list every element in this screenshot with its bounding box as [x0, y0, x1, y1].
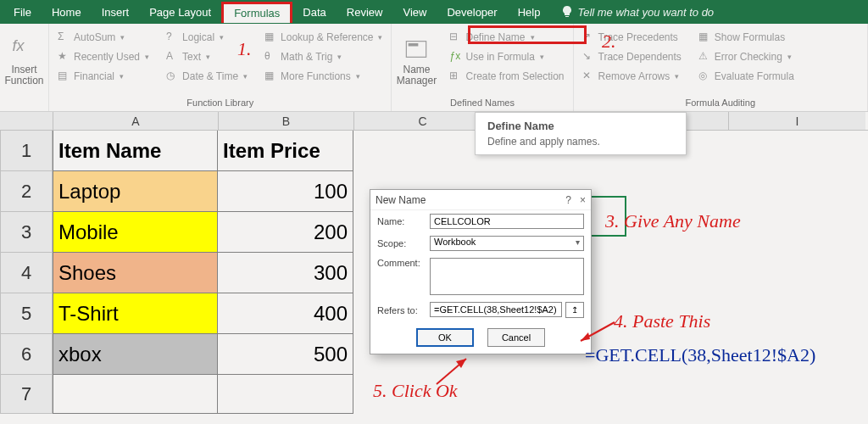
cell-A2[interactable]: Laptop	[53, 171, 218, 212]
refersto-input[interactable]	[430, 302, 562, 317]
formula-icon: ƒx	[449, 50, 462, 63]
date-time-button[interactable]: ◷Date & Time▾	[163, 68, 251, 84]
name-manager-button[interactable]: Name Manager	[392, 24, 441, 96]
cell-A5[interactable]: T-Shirt	[53, 293, 218, 334]
cancel-button[interactable]: Cancel	[487, 328, 545, 347]
col-C[interactable]: C	[353, 112, 491, 130]
money-icon: ▤	[58, 70, 70, 82]
math-button[interactable]: θMath & Trig▾	[261, 48, 386, 64]
eval-icon: ◎	[698, 70, 711, 82]
cell-A1[interactable]: Item Name	[53, 131, 218, 171]
lookup-icon: ▦	[264, 31, 277, 43]
bulb-icon	[560, 5, 574, 19]
trace-dep-icon: ↘	[582, 50, 595, 63]
comment-label: Comment:	[377, 258, 425, 268]
recently-used-button[interactable]: ★Recently Used▾	[54, 48, 153, 64]
anno-3: 3. Give Any Name	[605, 210, 741, 232]
row-header-7[interactable]: 7	[0, 375, 53, 414]
anno-1: 1.	[237, 38, 252, 60]
col-A[interactable]: A	[53, 112, 218, 130]
cell-B5[interactable]: 400	[218, 293, 353, 334]
tell-me-label: Tell me what you want to do	[577, 6, 714, 19]
menu-developer[interactable]: Developer	[437, 3, 507, 22]
financial-button[interactable]: ▤Financial▾	[54, 68, 153, 84]
dialog-close-button[interactable]: ×	[580, 194, 586, 206]
math-icon: θ	[264, 50, 277, 63]
cell-B4[interactable]: 300	[218, 253, 353, 293]
dialog-title: New Name	[376, 194, 426, 206]
trace-precedents-button[interactable]: ↗Trace Precedents	[579, 29, 685, 45]
row-header-2[interactable]: 2	[0, 171, 53, 212]
cell-A4[interactable]: Shoes	[53, 253, 218, 293]
define-name-button[interactable]: ⊟Define Name▾	[446, 29, 567, 45]
cell-A3[interactable]: Mobile	[53, 212, 218, 253]
remove-arrows-button[interactable]: ✕Remove Arrows▾	[579, 68, 685, 84]
ok-button[interactable]: OK	[416, 328, 474, 347]
col-B[interactable]: B	[218, 112, 353, 130]
row-header-1[interactable]: 1	[0, 131, 53, 171]
more-functions-button[interactable]: ▦More Functions▾	[261, 68, 386, 84]
text-icon: A	[166, 50, 179, 63]
cell-B7[interactable]	[218, 375, 353, 414]
new-name-dialog: New Name ? × Name: Scope: Workbook Comme…	[370, 189, 592, 354]
cell-B1[interactable]: Item Price	[218, 131, 353, 171]
evaluate-formula-button[interactable]: ◎Evaluate Formula	[695, 68, 798, 84]
formula-auditing-label: Formula Auditing	[574, 96, 867, 111]
name-manager-icon	[404, 37, 428, 61]
anno-5: 5. Click Ok	[373, 380, 458, 402]
scope-label: Scope:	[377, 238, 425, 248]
range-selector-button[interactable]: ↥	[565, 302, 584, 318]
menu-home[interactable]: Home	[42, 3, 92, 22]
error-checking-button[interactable]: ⚠Error Checking▾	[695, 48, 798, 64]
trace-dependents-button[interactable]: ↘Trace Dependents	[579, 48, 685, 64]
dialog-help-button[interactable]: ?	[565, 194, 571, 206]
svg-rect-1	[409, 43, 419, 47]
tell-me[interactable]: Tell me what you want to do	[550, 2, 724, 22]
row-header-6[interactable]: 6	[0, 334, 53, 375]
cell-B3[interactable]: 200	[218, 212, 353, 253]
row-header-3[interactable]: 3	[0, 212, 53, 253]
menu-data[interactable]: Data	[292, 3, 336, 22]
insert-function-button[interactable]: fx Insert Function	[0, 24, 48, 96]
logical-icon: ?	[166, 31, 179, 43]
create-selection-button[interactable]: ⊞Create from Selection	[446, 68, 567, 84]
menu-formulas[interactable]: Formulas	[221, 2, 292, 23]
define-name-tooltip: Define Name Define and apply names.	[475, 112, 687, 155]
row-header-4[interactable]: 4	[0, 253, 53, 293]
cell-B2[interactable]: 100	[218, 171, 353, 212]
row-header-5[interactable]: 5	[0, 293, 53, 334]
recent-icon: ★	[58, 50, 70, 63]
select-all-corner[interactable]	[0, 112, 53, 130]
sigma-icon: Σ	[58, 31, 70, 43]
cell-A7[interactable]	[53, 375, 218, 414]
tooltip-desc: Define and apply names.	[487, 136, 674, 148]
menu-help[interactable]: Help	[508, 3, 551, 22]
use-in-formula-button[interactable]: ƒxUse in Formula▾	[446, 48, 567, 64]
lookup-button[interactable]: ▦Lookup & Reference▾	[261, 29, 386, 45]
comment-textarea[interactable]	[430, 258, 584, 295]
clock-icon: ◷	[166, 70, 179, 82]
fx-icon: fx	[13, 37, 36, 61]
create-icon: ⊞	[449, 70, 462, 82]
menu-page-layout[interactable]: Page Layout	[139, 3, 221, 22]
col-I[interactable]: I	[728, 112, 865, 130]
ribbon: fx Insert Function ΣAutoSum▾ ★Recently U…	[0, 24, 868, 112]
name-input[interactable]	[430, 214, 584, 229]
formula-annotation: =GET.CELL(38,Sheet12!$A2)	[585, 344, 815, 366]
cell-A6[interactable]: xbox	[53, 334, 218, 375]
anno-4: 4. Paste This	[614, 310, 710, 332]
show-icon: ▦	[698, 31, 711, 43]
autosum-button[interactable]: ΣAutoSum▾	[54, 29, 153, 45]
scope-select[interactable]: Workbook	[430, 236, 584, 251]
anno-2: 2.	[602, 31, 616, 53]
refersto-label: Refers to:	[377, 305, 425, 315]
error-icon: ⚠	[698, 50, 711, 63]
function-library-label: Function Library	[49, 96, 391, 111]
menu-review[interactable]: Review	[337, 3, 393, 22]
show-formulas-button[interactable]: ▦Show Formulas	[695, 29, 798, 45]
menu-file[interactable]: File	[3, 3, 42, 22]
tooltip-title: Define Name	[487, 120, 674, 132]
cell-B6[interactable]: 500	[218, 334, 353, 375]
menu-view[interactable]: View	[392, 3, 437, 22]
menu-insert[interactable]: Insert	[92, 3, 140, 22]
